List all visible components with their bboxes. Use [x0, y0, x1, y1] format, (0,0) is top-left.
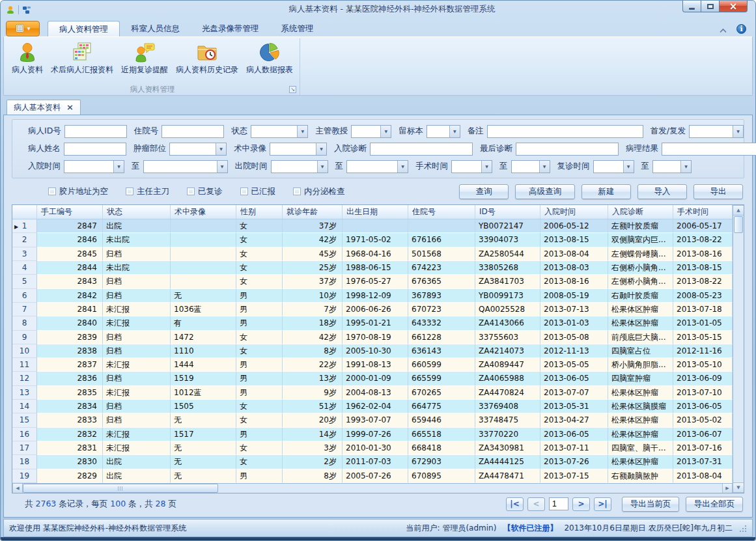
column-header-9[interactable]: ID号	[475, 205, 540, 219]
ribbon-button-2[interactable]: 术后病人汇报资料	[47, 38, 117, 76]
action-button-3[interactable]: 新建	[581, 184, 631, 199]
filter-combo-r3-3[interactable]	[271, 160, 328, 173]
column-header-7[interactable]: 出生日期	[343, 205, 408, 219]
action-button-2[interactable]: 高级查询	[515, 184, 575, 199]
ribbon-button-3[interactable]: 近期复诊提醒	[117, 38, 172, 76]
ribbon-button-4[interactable]: 病人资料历史记录	[172, 38, 242, 76]
action-button-1[interactable]: 查询	[459, 184, 509, 199]
last-page-button[interactable]: >|	[594, 497, 611, 511]
vertical-scrollbar[interactable]	[733, 205, 744, 493]
column-header-5[interactable]: 性别	[236, 205, 283, 219]
filter-combo-r1-4[interactable]	[351, 125, 391, 138]
column-header-6[interactable]: 就诊年龄	[283, 205, 343, 219]
checkbox-3[interactable]: 已复诊	[187, 186, 223, 197]
app-logo-person-icon[interactable]	[6, 5, 15, 14]
filter-combo-r3-8[interactable]	[652, 160, 692, 173]
table-row[interactable]: 92839归档1472女42岁1970-08-19661228337556032…	[12, 331, 733, 344]
close-button[interactable]	[719, 1, 748, 12]
resize-grip[interactable]	[738, 523, 747, 533]
filter-combo-r3-4[interactable]	[346, 160, 408, 173]
page-number-input[interactable]	[549, 497, 568, 510]
dialog-launcher-icon[interactable]	[289, 86, 296, 93]
action-button-4[interactable]: 导入	[637, 184, 687, 199]
table-row[interactable]: 72841未汇报1036蓝男7岁2006-06-26670723QA002552…	[12, 303, 733, 316]
ribbon-tab-2[interactable]: 科室人员信息	[120, 21, 191, 36]
filter-input-r1-2[interactable]	[161, 125, 224, 138]
filter-combo-r1-3[interactable]	[251, 125, 308, 138]
chevron-down-icon[interactable]	[623, 161, 634, 173]
ribbon-tab-4[interactable]: 系统管理	[270, 21, 325, 36]
horizontal-scrollbar[interactable]	[12, 483, 733, 493]
checkbox-2[interactable]: 主任主刀	[126, 186, 169, 197]
checkbox-5[interactable]: 内分泌检查	[293, 186, 345, 197]
column-header-11[interactable]: 入院诊断	[608, 205, 673, 219]
export-current-page-button[interactable]: 导出当前页	[622, 497, 679, 512]
filter-combo-r2-2[interactable]	[169, 143, 227, 156]
chevron-down-icon[interactable]	[733, 126, 743, 137]
table-row[interactable]: 82840未汇报有男18岁1995-01-21643332ZA414306620…	[12, 316, 733, 330]
tab-close-icon[interactable]	[66, 103, 74, 112]
table-row[interactable]: 62842归档无男10岁1998-12-09367893YB0099173200…	[12, 289, 733, 303]
column-header-10[interactable]: 入院时间	[540, 205, 608, 219]
v-scrollbar-thumb[interactable]	[734, 216, 743, 233]
action-button-5[interactable]: 导出	[693, 184, 743, 199]
filter-input-r2-1[interactable]	[64, 143, 126, 156]
column-header-4[interactable]: 术中录像	[171, 205, 236, 219]
export-all-pages-button[interactable]: 导出全部页	[686, 497, 743, 512]
chevron-down-icon[interactable]	[316, 143, 326, 155]
chevron-down-icon[interactable]	[481, 161, 492, 173]
info-icon[interactable]	[736, 24, 746, 34]
h-scrollbar-thumb[interactable]	[23, 484, 218, 493]
filter-combo-r3-2[interactable]	[143, 160, 228, 173]
table-row[interactable]: 32845归档女45岁1968-04-16501568ZA25805442013…	[12, 247, 733, 261]
chevron-down-icon[interactable]	[317, 161, 328, 173]
table-row[interactable]: 52843归档女37岁1976-05-27676365ZA38417032013…	[12, 275, 733, 288]
v-scrollbar-track[interactable]	[733, 234, 744, 482]
ribbon-button-1[interactable]: 病人资料	[8, 38, 47, 76]
checkbox-4[interactable]: 已汇报	[240, 186, 276, 197]
scroll-up-icon[interactable]	[733, 205, 744, 215]
chevron-down-icon[interactable]	[397, 161, 408, 173]
minimize-button[interactable]	[682, 1, 701, 12]
app-menu-button[interactable]	[6, 21, 40, 36]
first-page-button[interactable]: |<	[506, 497, 524, 511]
table-row[interactable]: 132835未汇报1012蓝男9岁2004-08-13670265ZA44708…	[12, 386, 733, 400]
filter-input-r1-1[interactable]	[64, 125, 127, 138]
scroll-left-icon[interactable]	[12, 484, 23, 493]
chevron-down-icon[interactable]	[680, 161, 691, 173]
table-row[interactable]: 122836归档1519男13岁2000-01-09665599ZA406598…	[12, 372, 733, 385]
column-header-12[interactable]: 手术时间	[673, 205, 733, 219]
ribbon-tab-1[interactable]: 病人资料管理	[48, 21, 120, 36]
ribbon-tab-3[interactable]: 光盘录像带管理	[191, 21, 270, 36]
maximize-button[interactable]	[701, 1, 719, 12]
scroll-right-icon[interactable]	[722, 484, 733, 493]
table-row[interactable]: 12847出院女37岁YB00721472006-05-12左额叶胶质瘤2006…	[12, 219, 733, 233]
filter-combo-r1-5[interactable]	[427, 125, 460, 138]
ribbon-collapse-button[interactable]	[719, 28, 727, 33]
filter-input-r2-5[interactable]	[516, 143, 619, 156]
h-scrollbar-track[interactable]	[218, 484, 722, 493]
chevron-down-icon[interactable]	[113, 161, 124, 173]
filter-input-r2-4[interactable]	[370, 143, 473, 156]
ribbon-button-5[interactable]: 病人数据报表	[242, 38, 297, 76]
table-row[interactable]: 142834归档1505女51岁1962-02-0466477533769408…	[12, 400, 733, 413]
next-page-button[interactable]: >	[572, 497, 590, 511]
chevron-down-icon[interactable]	[380, 126, 391, 137]
registered-link[interactable]: 【软件已注册】	[503, 523, 557, 534]
chevron-down-icon[interactable]	[216, 143, 226, 155]
filter-combo-r2-3[interactable]	[270, 143, 327, 156]
quick-access-grid-icon[interactable]	[22, 5, 31, 14]
table-row[interactable]: 162832未汇报1517男14岁1999-07-266655183377022…	[12, 428, 733, 441]
column-header-1[interactable]	[12, 205, 37, 219]
table-row[interactable]: 172831未汇报无女3岁2010-01-30668418ZA343098120…	[12, 441, 733, 455]
chevron-down-icon[interactable]	[539, 161, 550, 173]
table-row[interactable]: 112837未汇报1444男22岁1991-08-13660599ZA40894…	[12, 358, 733, 372]
column-header-3[interactable]: 状态	[103, 205, 171, 219]
checkbox-1[interactable]: 胶片地址为空	[48, 186, 108, 197]
tab-patient-basic-info[interactable]: 病人基本资料	[7, 100, 81, 115]
scroll-down-icon[interactable]	[733, 482, 744, 493]
chevron-down-icon[interactable]	[217, 161, 227, 173]
table-row[interactable]: 42844未出院女25岁1988-06-15674223338052682013…	[12, 261, 733, 275]
filter-combo-r3-5[interactable]	[451, 160, 492, 173]
filter-combo-r3-6[interactable]	[511, 160, 550, 173]
